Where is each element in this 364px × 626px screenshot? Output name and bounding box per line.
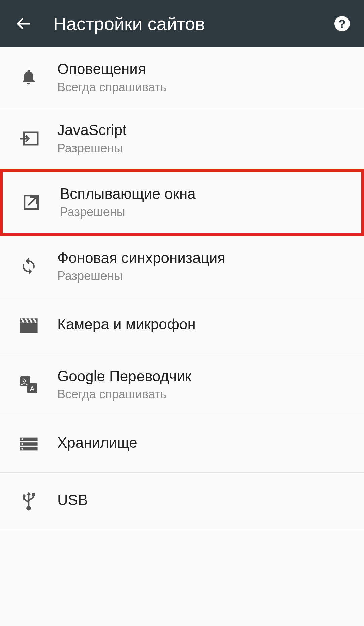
sync-icon bbox=[17, 255, 40, 278]
help-button[interactable]: ? bbox=[334, 15, 351, 32]
svg-text:A: A bbox=[30, 385, 34, 392]
item-title: Хранилище bbox=[57, 434, 138, 451]
settings-item-notifications[interactable]: Оповещения Всегда спрашивать bbox=[0, 47, 364, 108]
settings-item-background-sync[interactable]: Фоновая синхронизация Разрешены bbox=[0, 236, 364, 297]
svg-point-16 bbox=[21, 438, 23, 440]
svg-point-18 bbox=[21, 448, 23, 450]
page-title: Настройки сайтов bbox=[53, 13, 334, 34]
svg-point-21 bbox=[23, 494, 26, 497]
item-title: Камера и микрофон bbox=[57, 316, 196, 333]
settings-list: Оповещения Всегда спрашивать JavaScript … bbox=[0, 47, 364, 530]
clapperboard-icon bbox=[17, 314, 40, 337]
translate-icon: 文 A bbox=[17, 373, 40, 396]
settings-item-translate[interactable]: 文 A Google Переводчик Всегда спрашивать bbox=[0, 354, 364, 415]
storage-icon bbox=[17, 432, 40, 456]
arrow-left-icon bbox=[15, 15, 32, 32]
item-title: USB bbox=[57, 491, 88, 508]
svg-text:?: ? bbox=[338, 17, 346, 31]
settings-item-storage[interactable]: Хранилище bbox=[0, 415, 364, 473]
svg-point-17 bbox=[21, 443, 23, 445]
usb-icon bbox=[17, 489, 40, 513]
app-header: Настройки сайтов ? bbox=[0, 0, 364, 47]
item-subtitle: Разрешены bbox=[57, 141, 126, 155]
svg-point-20 bbox=[26, 506, 31, 510]
settings-item-popups[interactable]: Всплывающие окна Разрешены bbox=[0, 169, 364, 236]
item-title: Фоновая синхронизация bbox=[57, 249, 225, 266]
javascript-icon bbox=[17, 127, 40, 150]
svg-rect-22 bbox=[32, 493, 35, 496]
item-title: Google Переводчик bbox=[57, 368, 191, 385]
item-subtitle: Всегда спрашивать bbox=[57, 387, 191, 401]
settings-item-camera-mic[interactable]: Камера и микрофон bbox=[0, 297, 364, 354]
settings-item-usb[interactable]: USB bbox=[0, 473, 364, 530]
bell-icon bbox=[17, 66, 40, 89]
item-title: JavaScript bbox=[57, 122, 126, 139]
back-button[interactable] bbox=[13, 13, 34, 34]
item-subtitle: Всегда спрашивать bbox=[57, 80, 166, 94]
svg-line-6 bbox=[28, 197, 37, 205]
item-subtitle: Разрешены bbox=[57, 269, 225, 283]
popup-icon bbox=[20, 190, 43, 214]
item-title: Всплывающие окна bbox=[60, 185, 196, 202]
svg-text:文: 文 bbox=[21, 378, 28, 385]
settings-item-javascript[interactable]: JavaScript Разрешены bbox=[0, 108, 364, 169]
item-title: Оповещения bbox=[57, 61, 166, 78]
help-icon: ? bbox=[334, 15, 351, 32]
svg-rect-7 bbox=[20, 322, 37, 333]
item-subtitle: Разрешены bbox=[60, 205, 196, 219]
